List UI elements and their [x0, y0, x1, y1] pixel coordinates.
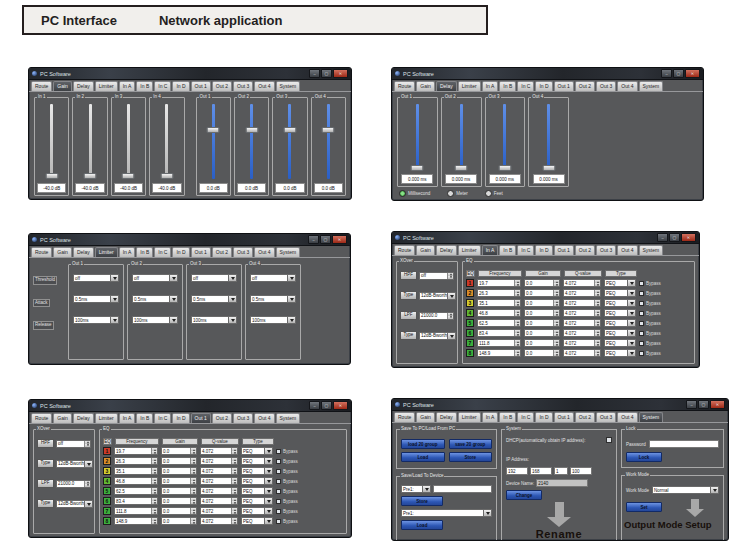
- slider-in-1[interactable]: [50, 104, 53, 179]
- slider-thumb[interactable]: [45, 173, 58, 179]
- tab-gain[interactable]: Gain: [416, 412, 435, 422]
- spinner-arrows-icon[interactable]: [151, 448, 157, 454]
- limiter-release-select[interactable]: 100ms: [73, 316, 119, 324]
- eq-gain-spinner[interactable]: 0.0: [161, 447, 197, 455]
- eq-gain-spinner[interactable]: 0.0: [524, 289, 560, 297]
- eq-gain-spinner[interactable]: 0.0: [524, 319, 560, 327]
- dropdown-arrow-icon[interactable]: [627, 290, 635, 296]
- title-bar[interactable]: PC Software – ▢ ✕: [29, 68, 351, 80]
- spin-down-icon[interactable]: [85, 484, 90, 487]
- limiter-threshold-select[interactable]: off: [132, 274, 178, 282]
- eq-frequency-spinner[interactable]: 83.4: [114, 497, 158, 505]
- eq-frequency-spinner[interactable]: 19.7: [114, 447, 158, 455]
- eq-type-select[interactable]: PEQ: [241, 517, 273, 525]
- dropdown-arrow-icon[interactable]: [627, 330, 635, 336]
- spinner-arrows-icon[interactable]: [84, 481, 90, 487]
- minimize-button[interactable]: –: [686, 400, 697, 409]
- dropdown-arrow-icon[interactable]: [287, 296, 295, 302]
- spinner-arrows-icon[interactable]: [594, 280, 600, 286]
- limiter-threshold-select[interactable]: off: [73, 274, 119, 282]
- dropdown-arrow-icon[interactable]: [264, 448, 272, 454]
- bypass-toggle[interactable]: Bypass: [639, 321, 661, 326]
- spinner-arrows-icon[interactable]: [553, 290, 559, 296]
- dropdown-arrow-icon[interactable]: [447, 293, 455, 299]
- xover-type-select[interactable]: 12dB-Bworth: [419, 292, 456, 300]
- spin-down-icon[interactable]: [191, 471, 196, 474]
- slider-thumb[interactable]: [160, 173, 173, 179]
- tab-out-4[interactable]: Out 4: [617, 412, 637, 422]
- spin-down-icon[interactable]: [515, 293, 520, 296]
- spinner-arrows-icon[interactable]: [553, 280, 559, 286]
- xover-type-select[interactable]: 12dB-Bworth: [419, 332, 456, 340]
- eq-frequency-spinner[interactable]: 46.8: [114, 477, 158, 485]
- close-button[interactable]: ✕: [685, 69, 700, 78]
- tab-out-4[interactable]: Out 4: [254, 247, 274, 257]
- dhcp-checkbox[interactable]: [606, 437, 612, 443]
- dropdown-arrow-icon[interactable]: [447, 333, 455, 339]
- eq-type-select[interactable]: PEQ: [604, 289, 636, 297]
- spinner-arrows-icon[interactable]: [231, 498, 237, 504]
- dropdown-arrow-icon[interactable]: [264, 468, 272, 474]
- bypass-toggle[interactable]: Bypass: [276, 509, 298, 514]
- spinner-arrows-icon[interactable]: [514, 330, 520, 336]
- slider-thumb[interactable]: [411, 165, 424, 171]
- dropdown-arrow-icon[interactable]: [169, 275, 177, 281]
- tab-gain[interactable]: Gain: [416, 81, 435, 91]
- tab-in-b[interactable]: In B: [136, 81, 153, 91]
- bypass-toggle[interactable]: Bypass: [639, 331, 661, 336]
- bypass-checkbox[interactable]: [276, 519, 281, 524]
- limiter-release-select[interactable]: 100ms: [191, 316, 237, 324]
- bypass-toggle[interactable]: Bypass: [276, 479, 298, 484]
- spin-down-icon[interactable]: [515, 323, 520, 326]
- spin-down-icon[interactable]: [152, 491, 157, 494]
- tab-in-a[interactable]: In A: [119, 413, 136, 423]
- eq-type-select[interactable]: PEQ: [604, 339, 636, 347]
- ip-octet-2[interactable]: 168: [530, 467, 552, 475]
- tab-limiter[interactable]: Limiter: [458, 412, 481, 422]
- slider-thumb[interactable]: [498, 165, 511, 171]
- tab-out-1[interactable]: Out 1: [191, 247, 211, 257]
- tab-in-d[interactable]: In D: [172, 81, 189, 91]
- tab-system[interactable]: System: [276, 247, 301, 257]
- eq-frequency-spinner[interactable]: 35.1: [477, 299, 521, 307]
- close-button[interactable]: ✕: [332, 235, 347, 244]
- spin-down-icon[interactable]: [232, 471, 237, 474]
- dropdown-arrow-icon[interactable]: [228, 275, 236, 281]
- bypass-toggle[interactable]: Bypass: [639, 311, 661, 316]
- bypass-toggle[interactable]: Bypass: [276, 469, 298, 474]
- eq-frequency-spinner[interactable]: 148.9: [477, 349, 521, 357]
- xover-lpf-button[interactable]: LPF: [400, 311, 417, 320]
- spinner-arrows-icon[interactable]: [553, 310, 559, 316]
- eq-q-spinner[interactable]: 4.072: [563, 279, 601, 287]
- spin-down-icon[interactable]: [554, 323, 559, 326]
- eq-gain-spinner[interactable]: 0.0: [161, 477, 197, 485]
- title-bar[interactable]: PC Software – ▢ ✕: [29, 234, 350, 246]
- close-button[interactable]: ✕: [333, 69, 348, 78]
- radio-millisecond[interactable]: Millisecond: [399, 190, 430, 197]
- eq-q-spinner[interactable]: 4.072: [200, 517, 238, 525]
- eq-q-spinner[interactable]: 4.072: [563, 289, 601, 297]
- spin-down-icon[interactable]: [554, 333, 559, 336]
- spinner-arrows-icon[interactable]: [190, 458, 196, 464]
- xover-type-button[interactable]: Type: [37, 459, 54, 468]
- spin-down-icon[interactable]: [232, 491, 237, 494]
- slider-in-3[interactable]: [127, 104, 130, 179]
- xover-type-button[interactable]: Type: [37, 499, 54, 508]
- spin-down-icon[interactable]: [448, 316, 453, 319]
- spin-down-icon[interactable]: [554, 343, 559, 346]
- xover-hpf-spinner[interactable]: off: [56, 440, 91, 448]
- bypass-checkbox[interactable]: [639, 331, 644, 336]
- eq-frequency-spinner[interactable]: 148.9: [114, 517, 158, 525]
- spin-down-icon[interactable]: [152, 501, 157, 504]
- spinner-arrows-icon[interactable]: [151, 488, 157, 494]
- limiter-attack-select[interactable]: 0.5ms: [132, 295, 178, 303]
- eq-frequency-spinner[interactable]: 62.5: [477, 319, 521, 327]
- tab-system[interactable]: System: [276, 81, 301, 91]
- slider-out-3[interactable]: [503, 104, 506, 170]
- bypass-checkbox[interactable]: [639, 321, 644, 326]
- lock-button[interactable]: Lock: [626, 452, 662, 462]
- spinner-arrows-icon[interactable]: [190, 448, 196, 454]
- minimize-button[interactable]: –: [309, 69, 320, 78]
- dropdown-arrow-icon[interactable]: [422, 486, 430, 492]
- limiter-threshold-select[interactable]: off: [191, 274, 237, 282]
